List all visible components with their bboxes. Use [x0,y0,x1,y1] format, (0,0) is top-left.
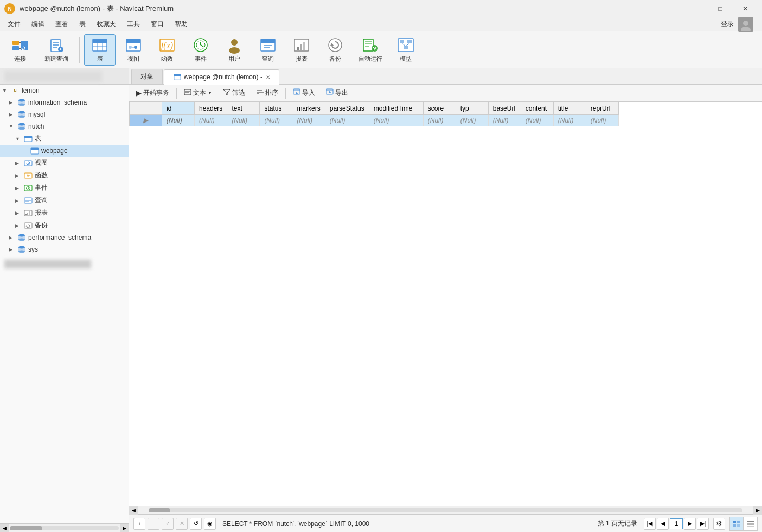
tree-item-lemon[interactable]: ▼ N lemon [0,85,129,97]
menu-table[interactable]: 表 [74,18,91,30]
scroll-track[interactable] [149,508,742,512]
tree-item-backup-folder[interactable]: ▶ 备份 [0,219,129,232]
menu-file[interactable]: 文件 [2,18,26,30]
cell-title[interactable]: (Null) [553,115,586,126]
delete-row-btn[interactable]: − [148,518,159,530]
col-status[interactable]: status [260,102,292,115]
expand-info[interactable]: ▶ [9,100,15,105]
cell-markers[interactable]: (Null) [292,115,325,126]
filter-button[interactable]: 筛选 [218,86,250,100]
tab-webpage[interactable]: webpage @nutch (lemon) - ✕ [164,69,279,85]
col-reprurl[interactable]: reprUrl [586,102,618,115]
table-button[interactable]: 表 [84,34,116,66]
tab-objects[interactable]: 对象 [131,69,163,84]
tree-item-event-folder[interactable]: ▶ 事件 [0,182,129,194]
tree-item-nutch[interactable]: ▼ nutch [0,120,129,132]
refresh-btn[interactable]: ↺ [190,518,202,530]
text-button[interactable]: 文本 ▼ [179,86,217,100]
new-query-button[interactable]: + 新建查询 [38,34,75,66]
sidebar-scroll-right[interactable]: ▶ [120,524,129,533]
col-baseurl[interactable]: baseUrl [488,102,521,115]
cell-text[interactable]: (Null) [227,115,260,126]
table-row[interactable]: ▶ (Null) (Null) (Null) (Null) (Null) (Nu… [130,115,619,126]
tree-item-view-folder[interactable]: ▶ 视图 [0,157,129,169]
more-btn[interactable]: ◉ [204,518,216,530]
sidebar-scroll-left[interactable]: ◀ [0,524,9,533]
login-button[interactable]: 登录 [721,20,734,29]
cell-modifiedtime[interactable]: (Null) [369,115,423,126]
tree-item-table-folder[interactable]: ▼ 表 [0,132,129,145]
expand-report-folder[interactable]: ▶ [15,210,22,216]
menu-window[interactable]: 窗口 [145,18,169,30]
model-button[interactable]: 模型 [390,34,421,66]
tree-item-webpage[interactable]: ▶ webpage [0,145,129,157]
begin-transaction-button[interactable]: ▶ 开始事务 [131,86,174,100]
expand-backup-folder[interactable]: ▶ [15,223,22,228]
col-text[interactable]: text [227,102,260,115]
expand-sys[interactable]: ▶ [9,247,15,252]
cell-id[interactable]: (Null) [162,115,195,126]
connect-button[interactable]: + 连接 [4,34,36,66]
expand-perf[interactable]: ▶ [9,235,15,240]
add-row-btn[interactable]: + [133,518,145,530]
next-page-btn[interactable]: ▶ [684,518,696,530]
col-id[interactable]: id [162,102,195,115]
minimize-button[interactable]: ─ [683,0,708,17]
menu-favorites[interactable]: 收藏夹 [91,18,121,30]
col-content[interactable]: content [521,102,553,115]
expand-query-folder[interactable]: ▶ [15,198,22,203]
grid-view-btn[interactable] [729,517,744,531]
scroll-right-btn[interactable]: ▶ [753,506,762,515]
close-button[interactable]: ✕ [733,0,758,17]
query-button[interactable]: 查询 [252,34,284,66]
settings-btn[interactable]: ⚙ [713,518,725,530]
export-button[interactable]: 导出 [321,86,353,100]
form-view-btn[interactable] [744,517,758,531]
col-parsestatus[interactable]: parseStatus [325,102,369,115]
discard-btn[interactable]: ✕ [176,518,188,530]
tree-item-mysql[interactable]: ▶ mysql [0,108,129,120]
cell-content[interactable]: (Null) [521,115,553,126]
cell-parsestatus[interactable]: (Null) [325,115,369,126]
prev-page-btn[interactable]: ◀ [657,518,669,530]
scroll-left-btn[interactable]: ◀ [129,506,138,515]
col-typ[interactable]: typ [456,102,488,115]
menu-tools[interactable]: 工具 [121,18,145,30]
col-markers[interactable]: markers [292,102,325,115]
page-number[interactable]: 1 [670,518,683,529]
last-page-btn[interactable]: ▶| [697,518,709,530]
scroll-thumb[interactable] [149,508,170,512]
tree-item-query-folder[interactable]: ▶ 查询 [0,194,129,207]
menu-help[interactable]: 帮助 [169,18,193,30]
function-button[interactable]: f(x) 函数 [151,34,183,66]
view-button[interactable]: 视图 [118,34,149,66]
expand-view-folder[interactable]: ▶ [15,161,22,166]
expand-lemon[interactable]: ▼ [2,88,9,93]
menu-edit[interactable]: 编辑 [26,18,50,30]
autorun-button[interactable]: 自动运行 [353,34,388,66]
sort-button[interactable]: 排序 [251,86,283,100]
user-button[interactable]: 用户 [219,34,250,66]
cell-status[interactable]: (Null) [260,115,292,126]
confirm-btn[interactable]: ✓ [162,518,174,530]
expand-func-folder[interactable]: ▶ [15,173,22,178]
expand-mysql[interactable]: ▶ [9,112,15,117]
cell-reprurl[interactable]: (Null) [586,115,618,126]
tree-item-func-folder[interactable]: ▶ fx 函数 [0,169,129,182]
backup-button[interactable]: 备份 [319,34,351,66]
cell-typ[interactable]: (Null) [456,115,488,126]
first-page-btn[interactable]: |◀ [644,518,656,530]
col-score[interactable]: score [423,102,456,115]
tree-item-information-schema[interactable]: ▶ information_schema [0,97,129,108]
expand-table-folder[interactable]: ▼ [15,136,22,142]
tree-item-report-folder[interactable]: ▶ 报表 [0,207,129,219]
text-dropdown-icon[interactable]: ▼ [208,91,212,95]
expand-nutch[interactable]: ▼ [9,124,15,129]
report-button[interactable]: 报表 [286,34,317,66]
expand-event-folder[interactable]: ▶ [15,185,22,191]
cell-score[interactable]: (Null) [423,115,456,126]
menu-view[interactable]: 查看 [50,18,74,30]
col-title[interactable]: title [553,102,586,115]
col-headers[interactable]: headers [195,102,227,115]
maximize-button[interactable]: □ [708,0,733,17]
